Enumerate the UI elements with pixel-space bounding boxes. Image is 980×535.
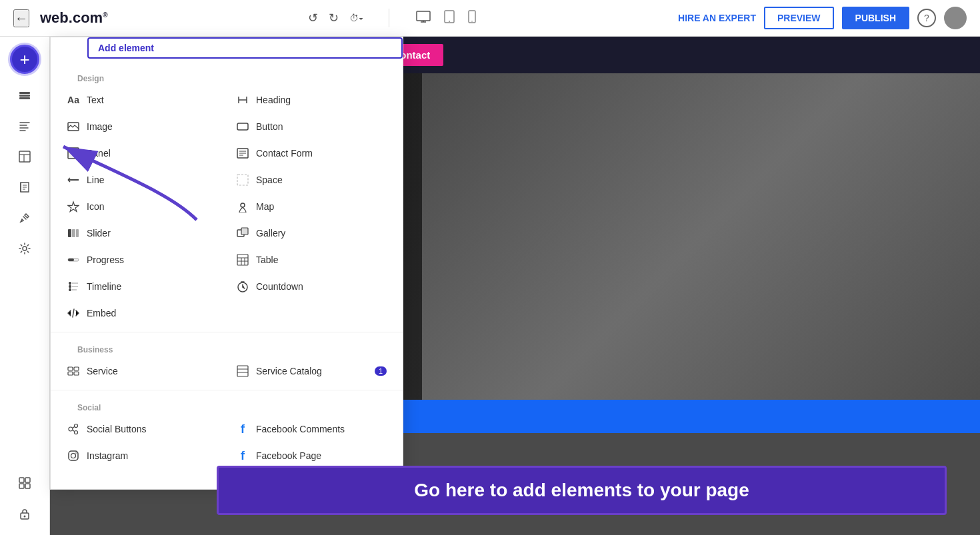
user-avatar[interactable] [944, 7, 967, 29]
preview-button[interactable]: PREVIEW [764, 7, 834, 29]
add-element-dropdown: Add element Design Aa Text Heading [50, 37, 403, 490]
svg-rect-49 [68, 372, 73, 375]
section-divider-2 [51, 390, 403, 390]
contact-form-icon [236, 147, 249, 160]
svg-rect-5 [19, 92, 30, 94]
element-facebook-comments[interactable]: f Facebook Comments [227, 416, 396, 442]
add-element-tooltip: Add element [87, 37, 403, 59]
svg-rect-47 [68, 367, 73, 370]
element-facebook-page[interactable]: f Facebook Page [227, 442, 396, 469]
top-bar: ← web.com® ↺ ↻ ⏱▾ [0, 0, 980, 37]
svg-rect-34 [237, 255, 248, 265]
element-text[interactable]: Aa Text [57, 87, 227, 113]
svg-rect-59 [69, 451, 78, 460]
tools-icon [18, 211, 31, 225]
mobile-view-button[interactable] [464, 7, 480, 29]
element-table[interactable]: Table [227, 247, 396, 273]
sidebar-icon-layers[interactable] [11, 82, 38, 109]
publish-button[interactable]: PUBLISH [842, 7, 909, 29]
element-icon[interactable]: Icon [57, 193, 227, 220]
svg-rect-0 [417, 11, 430, 21]
svg-point-61 [75, 452, 77, 454]
svg-rect-12 [19, 478, 24, 482]
redo-button[interactable]: ↻ [326, 8, 341, 28]
svg-rect-6 [19, 95, 30, 97]
device-toolbar [412, 7, 480, 29]
element-instagram[interactable]: Instagram [57, 442, 227, 469]
element-social-buttons[interactable]: Social Buttons [57, 416, 227, 442]
element-image[interactable]: Image [57, 113, 227, 140]
svg-rect-50 [74, 372, 79, 375]
element-embed[interactable]: Embed [57, 300, 227, 326]
svg-rect-8 [19, 151, 30, 162]
instagram-icon [67, 449, 80, 462]
mobile-icon [468, 10, 476, 23]
element-contact-form[interactable]: Contact Form [227, 140, 396, 167]
svg-rect-19 [237, 123, 248, 130]
image-icon [67, 120, 80, 133]
desktop-view-button[interactable] [412, 8, 435, 29]
icon-element-icon [67, 200, 80, 213]
divider [389, 9, 389, 27]
lock-icon [18, 507, 31, 520]
sidebar-icon-book[interactable] [11, 174, 38, 201]
sidebar-icon-text[interactable] [11, 113, 38, 139]
bottom-tutorial-banner: Go here to add elements to your page [217, 466, 947, 515]
undo-button[interactable]: ↺ [305, 8, 321, 28]
element-progress[interactable]: Progress [57, 247, 227, 273]
sidebar-icon-settings[interactable] [11, 235, 38, 262]
service-icon [67, 364, 80, 378]
svg-rect-28 [72, 229, 75, 237]
element-space[interactable]: Space [227, 167, 396, 193]
svg-point-55 [75, 424, 78, 428]
panel-icon [67, 147, 80, 160]
element-line[interactable]: Line [57, 167, 227, 193]
history-button[interactable]: ⏱▾ [347, 10, 366, 26]
element-gallery[interactable]: Gallery [227, 220, 396, 247]
svg-rect-15 [25, 484, 30, 488]
hero-background-image [422, 73, 980, 400]
design-elements-grid: Aa Text Heading Image Button [51, 87, 403, 326]
svg-rect-27 [68, 229, 71, 237]
gear-icon [18, 242, 31, 255]
element-button[interactable]: Button [227, 113, 396, 140]
element-countdown[interactable]: Countdown [227, 273, 396, 300]
svg-point-56 [75, 431, 78, 434]
section-divider-1 [51, 332, 403, 332]
back-button[interactable]: ← [13, 9, 29, 27]
sidebar-icon-grid[interactable] [11, 470, 38, 496]
facebook-page-icon: f [236, 449, 249, 462]
element-heading[interactable]: Heading [227, 87, 396, 113]
sidebar-icon-lock[interactable] [11, 500, 38, 527]
element-service-catalog[interactable]: Service Catalog 1 [227, 358, 396, 384]
element-service[interactable]: Service [57, 358, 227, 384]
main-area: + [0, 37, 980, 535]
svg-point-26 [241, 203, 245, 207]
hire-expert-link[interactable]: HIRE AN EXPERT [678, 13, 756, 23]
facebook-comments-icon: f [236, 422, 249, 436]
element-map[interactable]: Map [227, 193, 396, 220]
sidebar-icon-layout[interactable] [11, 143, 38, 170]
svg-rect-20 [68, 148, 79, 159]
element-timeline[interactable]: Timeline [57, 273, 227, 300]
design-section-label: Design [51, 65, 403, 87]
element-panel[interactable]: Panel [57, 140, 227, 167]
toolbar-area: ↺ ↻ ⏱▾ [305, 8, 366, 28]
left-sidebar: + [0, 37, 50, 535]
element-slider[interactable]: Slider [57, 220, 227, 247]
svg-rect-7 [19, 97, 30, 99]
svg-rect-13 [25, 478, 30, 482]
book-icon [18, 181, 31, 194]
svg-point-2 [449, 21, 450, 22]
table-icon [236, 253, 249, 267]
top-bar-left: ← web.com® [13, 9, 108, 27]
help-icon[interactable]: ? [917, 9, 936, 27]
heading-icon [236, 93, 249, 107]
social-section-label: Social [51, 396, 403, 416]
tablet-view-button[interactable] [440, 7, 459, 29]
add-element-button[interactable]: + [10, 45, 39, 74]
svg-rect-25 [237, 175, 248, 185]
sidebar-icon-tools[interactable] [11, 205, 38, 231]
svg-point-40 [69, 282, 71, 284]
svg-line-58 [73, 430, 75, 432]
